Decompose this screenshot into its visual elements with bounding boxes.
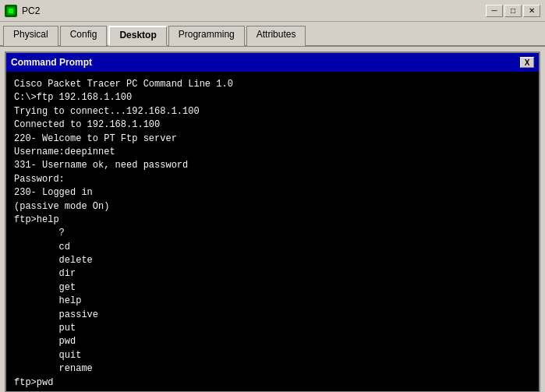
tab-programming[interactable]: Programming: [168, 26, 245, 46]
tab-attributes[interactable]: Attributes: [246, 26, 306, 46]
minimize-button[interactable]: ─: [486, 5, 503, 17]
window-controls: ─ □ ✕: [486, 5, 540, 17]
tab-config[interactable]: Config: [60, 26, 108, 46]
tab-desktop[interactable]: Desktop: [108, 26, 166, 46]
main-content: Command Prompt X Cisco Packet Tracer PC …: [0, 47, 545, 392]
svg-rect-2: [9, 9, 13, 13]
command-prompt-window: Command Prompt X Cisco Packet Tracer PC …: [5, 51, 540, 392]
window-title-bar: PC2 ─ □ ✕: [0, 0, 545, 22]
close-button[interactable]: ✕: [523, 5, 540, 17]
cmd-title-bar: Command Prompt X: [6, 53, 539, 72]
terminal-output[interactable]: Cisco Packet Tracer PC Command Line 1.0 …: [6, 72, 539, 391]
cmd-title-text: Command Prompt: [11, 57, 92, 68]
maximize-button[interactable]: □: [504, 5, 522, 17]
app-icon: [5, 5, 17, 17]
window-title: PC2: [22, 5, 486, 16]
tab-bar: Physical Config Desktop Programming Attr…: [0, 22, 545, 47]
cmd-close-button[interactable]: X: [520, 57, 534, 68]
tab-physical[interactable]: Physical: [3, 26, 58, 46]
